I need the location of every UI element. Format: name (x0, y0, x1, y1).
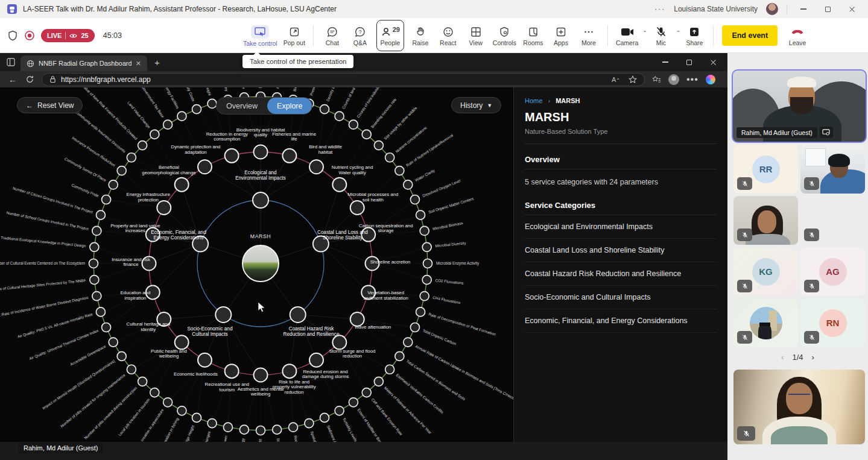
outer-metric-node[interactable] (404, 180, 413, 189)
outer-metric-node[interactable] (92, 226, 101, 235)
parameter-node[interactable] (198, 353, 212, 367)
parameter-node[interactable] (225, 149, 239, 163)
participant-tile[interactable]: RN (800, 298, 865, 347)
outer-metric-node[interactable] (410, 323, 419, 332)
outer-metric-node[interactable] (117, 351, 126, 361)
overview-tab[interactable]: Overview (217, 102, 267, 110)
parameter-node[interactable] (332, 335, 346, 349)
outer-metric-node[interactable] (223, 423, 232, 432)
outer-metric-node[interactable] (138, 141, 147, 150)
take-control-button[interactable]: Take control (240, 20, 280, 51)
outer-metric-node[interactable] (163, 120, 173, 129)
titlebar-more-icon[interactable]: ··· (654, 5, 665, 13)
restore-button[interactable] (820, 0, 835, 18)
participant-tile[interactable]: AG (800, 247, 865, 296)
outer-metric-node[interactable] (102, 323, 111, 332)
reset-view-button[interactable]: ← Reset View (17, 97, 83, 113)
outer-metric-node[interactable] (320, 413, 329, 422)
browser-profile-avatar[interactable] (668, 74, 679, 85)
react-button[interactable]: React (434, 20, 462, 51)
outer-metric-node[interactable] (177, 112, 186, 121)
browser-close-icon[interactable] (710, 59, 717, 66)
outer-metric-node[interactable] (96, 307, 105, 317)
parameter-node[interactable] (198, 160, 212, 174)
camera-chevron-icon[interactable]: ⌄ (642, 27, 647, 33)
mic-button[interactable]: Mic (647, 20, 675, 51)
outer-metric-node[interactable] (109, 180, 118, 189)
tab-close-icon[interactable]: ✕ (136, 60, 141, 68)
service-category-item[interactable]: Coastal Hazard Risk Reduction and Resili… (525, 262, 717, 286)
outer-metric-node[interactable] (410, 195, 419, 204)
outer-metric-node[interactable] (420, 292, 429, 301)
pager-prev-icon[interactable]: ‹ (781, 353, 784, 362)
breadcrumb-home-link[interactable]: Home (525, 97, 542, 104)
browser-restore-icon[interactable] (686, 60, 692, 65)
center-marsh-node[interactable] (242, 245, 279, 282)
outer-metric-node[interactable] (90, 276, 99, 285)
outer-metric-node[interactable] (150, 130, 159, 139)
parameter-node[interactable] (157, 201, 171, 215)
outer-metric-node[interactable] (349, 398, 358, 407)
outer-metric-node[interactable] (335, 406, 344, 415)
service-category-item[interactable]: Socio-Economic and Cultural Impacts (525, 286, 717, 309)
outer-metric-node[interactable] (320, 105, 329, 114)
minimize-button[interactable] (796, 0, 811, 18)
participant-tile[interactable] (733, 196, 798, 245)
tab-tray-icon[interactable] (6, 57, 16, 67)
close-button[interactable] (844, 0, 860, 18)
parameter-node[interactable] (309, 353, 323, 367)
rooms-button[interactable]: Rooms (519, 20, 547, 51)
outer-metric-node[interactable] (273, 425, 282, 434)
outer-metric-node[interactable] (150, 388, 159, 397)
outer-metric-node[interactable] (305, 419, 314, 428)
main-speaker-tile[interactable]: Rahim, Md Adilur (Guest) (732, 69, 867, 143)
outer-metric-node[interactable] (192, 105, 201, 114)
outer-metric-node[interactable] (117, 166, 126, 175)
outer-metric-node[interactable] (207, 419, 217, 428)
outer-metric-node[interactable] (127, 153, 136, 162)
participant-tile[interactable] (733, 298, 798, 347)
mic-chevron-icon[interactable]: ⌄ (676, 27, 681, 33)
outer-metric-node[interactable] (374, 377, 383, 386)
category-node[interactable] (215, 307, 231, 323)
share-button[interactable]: Share (680, 20, 708, 51)
outer-metric-node[interactable] (89, 259, 98, 268)
pager-next-icon[interactable]: › (812, 353, 814, 362)
outer-metric-node[interactable] (404, 338, 413, 347)
outer-metric-node[interactable] (256, 426, 265, 435)
parameter-node[interactable] (175, 335, 189, 349)
url-field[interactable]: https://nnbfgraph.vercel.app A⌃ (42, 73, 645, 86)
end-event-button[interactable]: End event (722, 25, 778, 46)
service-category-item[interactable]: Ecological and Environmental Impacts (525, 215, 717, 239)
outer-metric-node[interactable] (395, 351, 404, 361)
outer-metric-node[interactable] (192, 413, 201, 422)
outer-metric-node[interactable] (374, 141, 383, 150)
outer-metric-node[interactable] (239, 425, 249, 434)
service-category-item[interactable]: Coastal Land Loss and Shoreline Stabilit… (525, 239, 717, 262)
chat-button[interactable]: Chat (318, 20, 346, 51)
outer-metric-node[interactable] (362, 388, 371, 397)
bottom-participant-tile[interactable] (733, 370, 865, 444)
participant-tile[interactable]: KG (733, 247, 798, 296)
outer-metric-node[interactable] (416, 307, 425, 317)
pop-out-button[interactable]: Pop out (280, 20, 308, 51)
participant-tile[interactable]: RR (733, 145, 798, 194)
parameter-node[interactable] (309, 160, 323, 174)
parameter-node[interactable] (225, 364, 239, 378)
copilot-icon[interactable] (706, 75, 715, 84)
raise-button[interactable]: Raise (407, 20, 434, 51)
parameter-node[interactable] (350, 201, 364, 215)
category-node[interactable] (290, 307, 306, 323)
outer-metric-node[interactable] (207, 99, 217, 108)
outer-metric-node[interactable] (420, 226, 429, 235)
outer-metric-node[interactable] (90, 242, 99, 251)
service-category-item[interactable]: Economic, Financial, and Energy Consider… (525, 309, 717, 333)
back-icon[interactable]: ← (8, 75, 17, 84)
explore-tab[interactable]: Explore (267, 98, 312, 114)
parameter-node[interactable] (254, 368, 268, 382)
parameter-node[interactable] (332, 178, 346, 192)
outer-metric-node[interactable] (422, 242, 431, 251)
view-button[interactable]: View (462, 20, 490, 51)
participant-tile[interactable] (800, 145, 865, 194)
parameter-node[interactable] (282, 149, 296, 163)
